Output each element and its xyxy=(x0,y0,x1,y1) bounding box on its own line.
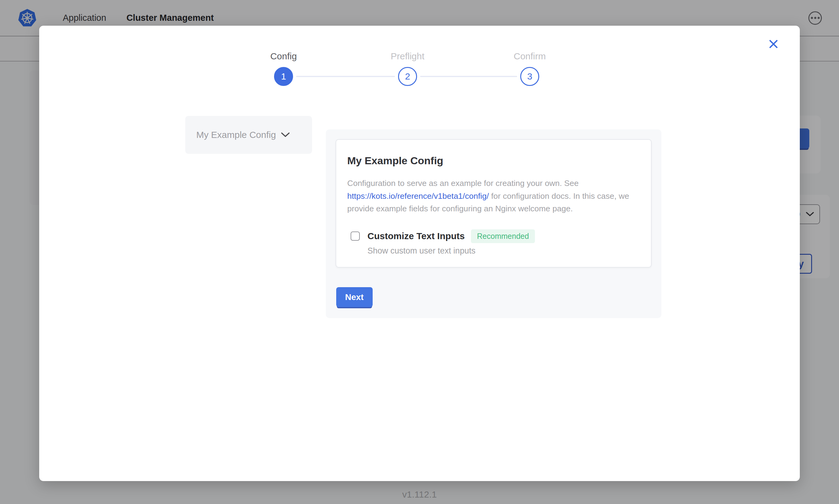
recommended-badge: Recommended xyxy=(471,229,535,243)
config-group-description: Configuration to serve as an example for… xyxy=(347,177,640,215)
customize-text-inputs-row: Customize Text Inputs Recommended xyxy=(350,229,639,243)
config-docs-link[interactable]: https://kots.io/reference/v1beta1/config… xyxy=(347,192,489,201)
step-label: Confirm xyxy=(493,51,566,62)
checkbox-help-text: Show custom user text inputs xyxy=(367,246,639,256)
description-text: Configuration to serve as an example for… xyxy=(347,179,579,188)
step-confirm[interactable]: Confirm 3 xyxy=(493,51,566,86)
config-panel: My Example Config Configuration to serve… xyxy=(326,129,662,318)
config-group-dropdown-label: My Example Config xyxy=(196,130,276,140)
close-icon[interactable] xyxy=(766,37,781,51)
wizard-stepper: Config 1 Preflight 2 Confirm 3 xyxy=(214,51,566,91)
step-number-badge: 2 xyxy=(398,67,417,86)
step-preflight[interactable]: Preflight 2 xyxy=(371,51,444,86)
app-root: Application Cluster Management 0 y v1.11… xyxy=(0,0,839,504)
step-number-badge: 1 xyxy=(274,67,293,86)
next-button[interactable]: Next xyxy=(336,287,373,307)
step-label: Config xyxy=(247,51,320,62)
chevron-down-icon xyxy=(281,132,290,138)
config-group-dropdown[interactable]: My Example Config xyxy=(185,116,312,154)
step-label: Preflight xyxy=(371,51,444,62)
step-config[interactable]: Config 1 xyxy=(247,51,320,86)
config-group-title: My Example Config xyxy=(347,155,639,167)
checkbox-label[interactable]: Customize Text Inputs xyxy=(367,231,465,241)
config-wizard-modal: Config 1 Preflight 2 Confirm 3 My Exampl… xyxy=(39,26,800,481)
config-group-card: My Example Config Configuration to serve… xyxy=(336,139,652,268)
customize-text-inputs-checkbox[interactable] xyxy=(350,232,360,241)
step-number-badge: 3 xyxy=(520,67,539,86)
